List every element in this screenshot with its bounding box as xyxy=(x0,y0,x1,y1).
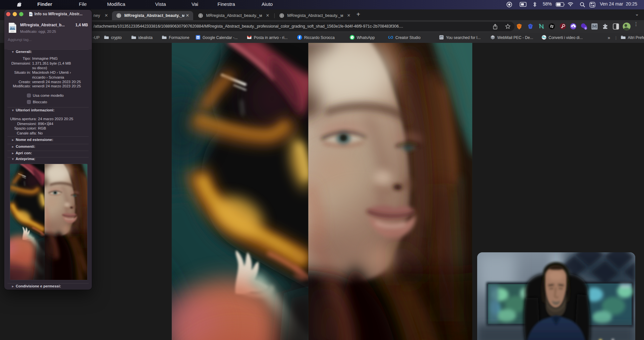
svg-text:5: 5 xyxy=(585,27,586,30)
svg-text:31: 31 xyxy=(197,36,199,39)
